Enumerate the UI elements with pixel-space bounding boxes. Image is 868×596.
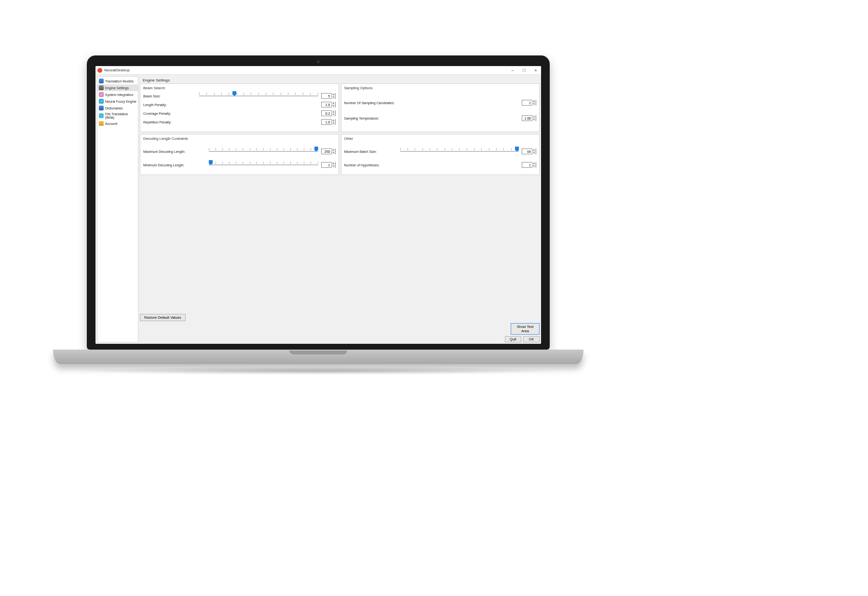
file-translation-icon: [99, 113, 104, 118]
restore-row: Restore Default Values: [140, 314, 540, 321]
row-min-decoding: Minimum Decoding Length: 1 ▴▾: [143, 162, 336, 168]
spin-down-icon[interactable]: ▾: [332, 113, 335, 116]
sidebar-item-system-integration[interactable]: System Integration: [97, 91, 138, 98]
sidebar-item-label: File Translation (Beta): [105, 112, 136, 119]
spin-down-icon[interactable]: ▾: [532, 103, 536, 106]
row-length-penalty: Length Penalty: 1.0 ▴▾: [143, 102, 336, 108]
quit-button[interactable]: Quit: [505, 336, 521, 342]
sidebar-item-label: Translation Models: [105, 80, 134, 83]
row-coverage-penalty: Coverage Penalty: 0.2 ▴▾: [143, 110, 336, 116]
group-sampling: Sampling Options Number Of Sampling Cand…: [341, 83, 540, 132]
sidebar-item-file-translation[interactable]: File Translation (Beta): [97, 111, 138, 120]
group-title: Sampling Options: [344, 86, 537, 90]
row-hypotheses: Number of Hypotheses: 1 ▴▾: [344, 162, 537, 168]
sidebar: Translation Models Engine Settings Syste…: [97, 76, 138, 342]
row-sampling-candidates: Number Of Sampling Candidates: 1 ▴▾: [344, 100, 537, 106]
beam-size-label: Beam Size:: [143, 95, 196, 98]
sidebar-item-label: Engine Settings: [105, 86, 129, 90]
group-title: Other: [344, 136, 537, 141]
sampling-temperature-label: Sampling Temperature:: [344, 117, 421, 120]
spin-down-icon[interactable]: ▾: [332, 96, 335, 99]
beam-size-spinner[interactable]: 5 ▴▾: [321, 93, 336, 99]
row-max-batch: Maximum Batch Size: 64 ▴▾: [344, 149, 537, 154]
panels-grid: Beam Search Beam Size:: [140, 83, 540, 312]
spin-down-icon[interactable]: ▾: [532, 118, 536, 121]
beam-size-slider[interactable]: [199, 93, 318, 99]
show-test-area-button[interactable]: Show Test Area: [511, 323, 540, 335]
spin-down-icon[interactable]: ▾: [532, 151, 536, 154]
laptop-shadow: [72, 367, 564, 375]
translation-models-icon: [99, 79, 104, 83]
group-other: Other Maximum Batch Size:: [341, 134, 540, 175]
laptop-base: [53, 350, 583, 364]
sidebar-item-neural-fuzzy[interactable]: Neural Fuzzy Engine: [97, 98, 138, 105]
app-window: NeuralDesktop – □ × Translation Models: [95, 66, 541, 344]
group-decoding: Decoding Length Contraints Maximum Decod…: [140, 134, 339, 175]
sampling-temperature-spinner[interactable]: 1.00 ▴▾: [522, 115, 536, 121]
spin-down-icon[interactable]: ▾: [332, 151, 335, 154]
length-penalty-label: Length Penalty:: [143, 103, 196, 107]
sidebar-item-dictionaries[interactable]: Dictionaries: [97, 105, 138, 111]
window-controls: – □ ×: [509, 68, 539, 73]
ok-button[interactable]: OK: [523, 336, 540, 342]
sidebar-item-translation-models[interactable]: Translation Models: [97, 78, 138, 84]
spin-down-icon[interactable]: ▾: [332, 165, 335, 168]
length-penalty-spinner[interactable]: 1.0 ▴▾: [321, 102, 336, 108]
system-integration-icon: [99, 92, 104, 97]
max-decoding-slider[interactable]: [209, 149, 318, 154]
group-title: Decoding Length Contraints: [143, 136, 336, 141]
main-content: Engine Settings Beam Search Beam Size:: [140, 76, 540, 342]
hypotheses-label: Number of Hypotheses:: [344, 163, 397, 167]
laptop-mockup: NeuralDesktop – □ × Translation Models: [87, 55, 550, 362]
sampling-candidates-label: Number Of Sampling Candidates:: [344, 101, 421, 105]
min-decoding-spinner[interactable]: 1 ▴▾: [321, 162, 336, 168]
min-decoding-slider[interactable]: [209, 162, 318, 168]
close-button[interactable]: ×: [532, 68, 539, 73]
engine-settings-icon: [99, 85, 104, 90]
max-decoding-spinner[interactable]: 250 ▴▾: [321, 149, 336, 154]
max-batch-slider[interactable]: [400, 149, 519, 154]
sidebar-item-label: Dictionaries: [105, 107, 123, 110]
spin-down-icon[interactable]: ▾: [332, 105, 335, 108]
row-sampling-temperature: Sampling Temperature: 1.00 ▴▾: [344, 115, 537, 121]
minimize-button[interactable]: –: [509, 68, 516, 73]
sidebar-item-label: Account: [105, 122, 117, 125]
sampling-candidates-spinner[interactable]: 1 ▴▾: [522, 100, 536, 106]
footer: Show Test Area Quit OK: [140, 321, 540, 342]
window-title: NeuralDesktop: [104, 68, 509, 72]
app-icon: [97, 68, 102, 73]
min-decoding-label: Minimum Decoding Length:: [143, 163, 206, 167]
row-max-decoding: Maximum Decoding Length: 250 ▴▾: [143, 149, 336, 154]
titlebar: NeuralDesktop – □ ×: [95, 66, 541, 75]
spin-down-icon[interactable]: ▾: [332, 122, 335, 125]
row-beam-size: Beam Size: 5 ▴▾: [143, 93, 336, 99]
group-beam-search: Beam Search Beam Size:: [140, 83, 339, 132]
neural-fuzzy-icon: [99, 99, 104, 104]
laptop-bezel: NeuralDesktop – □ × Translation Models: [87, 55, 550, 350]
max-batch-spinner[interactable]: 64 ▴▾: [522, 149, 536, 154]
spin-down-icon[interactable]: ▾: [532, 165, 536, 168]
app-body: Translation Models Engine Settings Syste…: [95, 75, 541, 344]
sidebar-item-engine-settings[interactable]: Engine Settings: [97, 84, 138, 91]
restore-defaults-button[interactable]: Restore Default Values: [140, 314, 186, 321]
max-decoding-label: Maximum Decoding Length:: [143, 150, 206, 153]
row-repetition-penalty: Repetition Penalty: 1.0 ▴▾: [143, 119, 336, 125]
page-title: Engine Settings: [140, 76, 540, 83]
group-title: Beam Search: [143, 86, 336, 90]
dictionaries-icon: [99, 106, 104, 110]
repetition-penalty-label: Repetition Penalty:: [143, 121, 196, 124]
maximize-button[interactable]: □: [521, 68, 528, 73]
coverage-penalty-label: Coverage Penalty:: [143, 112, 196, 115]
coverage-penalty-spinner[interactable]: 0.2 ▴▾: [321, 110, 336, 116]
max-batch-label: Maximum Batch Size:: [344, 150, 397, 153]
sidebar-item-account[interactable]: Account: [97, 120, 138, 127]
account-icon: [99, 121, 104, 126]
sidebar-item-label: System Integration: [105, 93, 133, 96]
repetition-penalty-spinner[interactable]: 1.0 ▴▾: [321, 119, 336, 125]
camera-dot: [317, 60, 320, 63]
sidebar-item-label: Neural Fuzzy Engine: [105, 100, 136, 103]
hypotheses-spinner[interactable]: 1 ▴▾: [522, 162, 536, 168]
